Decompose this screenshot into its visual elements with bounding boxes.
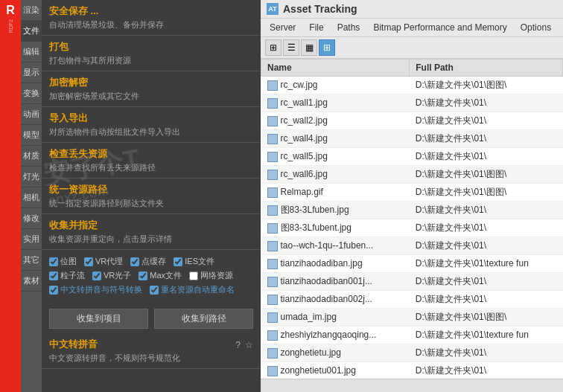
section-chinese-pinyin[interactable]: 中文转拼音 ? ☆ 中文资源转拼音，不规则符号规范化	[42, 333, 261, 369]
question-icon[interactable]: ?	[235, 340, 241, 350]
menu-options[interactable]: Options	[515, 20, 557, 35]
checkbox-network[interactable]: 网络资源	[189, 270, 233, 281]
menu-paths[interactable]: Paths	[331, 20, 366, 35]
file-path-cell: D:\新建文件夹\01\	[410, 202, 563, 219]
left-panel: R RDF2 渲染 文件 编辑 显示 变换 动画 模型 材质 灯光 相机 修改 …	[0, 0, 261, 392]
asset-tracking-icon: AT	[267, 3, 279, 15]
collect-to-path-button[interactable]: 收集到路径	[154, 309, 253, 329]
table-row[interactable]: rc_wall6.jpgD:\新建文件夹\01\图图\	[261, 166, 563, 184]
checkbox-network-label: 网络资源	[200, 270, 233, 281]
table-row[interactable]: zonghetietu.jpgD:\新建文件夹\01\	[261, 344, 563, 362]
file-name-cell: zonghetietu.jpg	[261, 344, 410, 362]
file-path-cell: D:\新建文件夹\01\	[410, 237, 563, 255]
file-icon	[267, 348, 278, 359]
cat-tab-modify[interactable]: 修改	[21, 208, 42, 229]
cat-tab-render[interactable]: 渲染	[21, 0, 42, 21]
section-encrypt[interactable]: 加密解密 加密解密场景或其它文件	[42, 71, 261, 107]
table-row[interactable]: tianzihaodadiban002j...D:\新建文件夹\01\	[261, 291, 563, 309]
table-row[interactable]: Relmap.gifD:\新建文件夹\01\图图\	[261, 184, 563, 202]
checkbox-point-cache[interactable]: 点缓存	[130, 256, 166, 267]
file-icon	[267, 152, 278, 162]
file-name-cell: tianzihaodadiban002j...	[261, 291, 410, 309]
checkbox-point-cache-input[interactable]	[130, 257, 139, 266]
table-row[interactable]: 图83-3Lfuben.jpgD:\新建文件夹\01\	[261, 202, 563, 219]
table-row[interactable]: zheshiyizhangqaoqing...D:\新建文件夹\01\textu…	[261, 327, 563, 344]
cat-tab-light[interactable]: 灯光	[21, 167, 42, 187]
asset-tracking-toolbar: ⊞ ☰ ▦ ⊞	[261, 37, 563, 59]
table-row[interactable]: tianzihaodadiban001j...D:\新建文件夹\01\	[261, 273, 563, 291]
grid-icon: ⊞	[270, 42, 277, 53]
cat-tab-camera[interactable]: 相机	[21, 187, 42, 208]
cat-tab-transform[interactable]: 变换	[21, 83, 42, 104]
toolbar-btn-large-icon[interactable]: ⊞	[319, 39, 335, 56]
menu-bitmap-performance[interactable]: Bitmap Performance and Memory	[367, 20, 512, 35]
checkbox-vr-photon[interactable]: VR光子	[92, 270, 131, 281]
checkbox-point-cache-label: 点缓存	[141, 256, 166, 267]
menu-server[interactable]: Server	[264, 20, 302, 35]
collect-to-project-button[interactable]: 收集到项目	[49, 309, 148, 329]
checkbox-vr-proxy-label: VR代理	[95, 256, 123, 267]
cat-tab-asset[interactable]: 素材	[21, 271, 42, 292]
menu-file[interactable]: File	[303, 20, 329, 35]
table-row[interactable]: zonghetietu001.jpgD:\新建文件夹\01\	[261, 362, 563, 379]
cat-tab-model[interactable]: 模型	[21, 125, 42, 146]
table-row[interactable]: rc_wall5.jpgD:\新建文件夹\01\	[261, 148, 563, 166]
detail-icon: ▦	[305, 42, 314, 53]
checkbox-bitmap-input[interactable]	[49, 257, 58, 266]
checkbox-auto-rename[interactable]: 重名资源自动重命名	[150, 284, 235, 295]
section-pack[interactable]: 打包 打包物件与其所用资源	[42, 36, 261, 71]
large-icon-icon: ⊞	[323, 42, 331, 53]
section-check-missing[interactable]: 检查丢失资源 检查并查找所有丢失来源路径	[42, 143, 261, 179]
file-name-cell: rc_wall5.jpg	[261, 148, 410, 166]
section-import-export[interactable]: 导入导出 对所选物件自动按组批文件导入导出	[42, 107, 261, 143]
cat-tab-edit[interactable]: 编辑	[21, 42, 42, 62]
cat-tab-animation[interactable]: 动画	[21, 104, 42, 125]
cat-tab-display[interactable]: 显示	[21, 62, 42, 83]
section-unify-path[interactable]: 统一资源路径 统一指定资源路径到那达文件夹	[42, 179, 261, 214]
file-path-cell: D:\新建文件夹\01\	[410, 344, 563, 362]
section-collect[interactable]: 收集并指定 收集资源并重定向，点击显示详情	[42, 214, 261, 250]
star-icon[interactable]: ☆	[245, 340, 253, 350]
toolbar-btn-list[interactable]: ☰	[283, 39, 299, 56]
checkbox-particle-flow-input[interactable]	[49, 271, 58, 280]
table-row[interactable]: umada_im.jpgD:\新建文件夹\01\图图\	[261, 309, 563, 327]
cat-tab-other[interactable]: 其它	[21, 250, 42, 271]
checkbox-vr-proxy[interactable]: VR代理	[84, 256, 123, 267]
checkbox-ies-input[interactable]	[174, 257, 182, 266]
section-safe-save[interactable]: 安全保存 ... 自动清理场景垃圾、备份并保存	[42, 0, 261, 36]
checkbox-max-file-input[interactable]	[139, 271, 147, 280]
checkbox-max-file[interactable]: Max文件	[139, 270, 182, 281]
asset-tracking-titlebar: AT Asset Tracking	[261, 0, 563, 19]
table-row[interactable]: rc_cw.jpgD:\新建文件夹\01\图图\	[261, 77, 563, 94]
asset-tracking-table-container[interactable]: Name Full Path rc_cw.jpgD:\新建文件夹\01\图图\r…	[261, 59, 563, 379]
file-name-cell: tao--wch-1qu--1fuben...	[261, 237, 410, 255]
table-row[interactable]: tianzihaodadiban.jpgD:\新建文件夹\01\texture …	[261, 255, 563, 273]
checkbox-bitmap[interactable]: 位图	[49, 256, 77, 267]
table-row[interactable]: 图83-3Lfubent.jpgD:\新建文件夹\01\	[261, 219, 563, 237]
file-name-cell: rc_wall2.jpg	[261, 112, 410, 130]
asset-tracking-title: Asset Tracking	[283, 3, 357, 15]
checkbox-vr-proxy-input[interactable]	[84, 257, 93, 266]
r-logo: R	[6, 3, 15, 18]
file-name-cell: 图83-3Lfubent.jpg	[261, 219, 410, 237]
file-icon	[267, 205, 278, 216]
checkbox-cn-pinyin-input[interactable]	[49, 286, 58, 295]
table-row[interactable]: tao--wch-1qu--1fuben...D:\新建文件夹\01\	[261, 237, 563, 255]
cat-tab-material[interactable]: 材质	[21, 146, 42, 167]
toolbar-btn-grid[interactable]: ⊞	[265, 39, 282, 56]
file-name-cell: zheshiyizhangqaoqing...	[261, 327, 410, 344]
checkbox-network-input[interactable]	[189, 271, 198, 280]
checkbox-cn-pinyin[interactable]: 中文转拼音与符号转换	[49, 284, 142, 295]
table-row[interactable]: rc_wall2.jpgD:\新建文件夹\01\	[261, 112, 563, 130]
checkbox-auto-rename-input[interactable]	[150, 286, 159, 295]
cat-tab-file[interactable]: 文件	[21, 21, 42, 42]
checkbox-vr-photon-input[interactable]	[92, 271, 101, 280]
toolbar-btn-detail[interactable]: ▦	[301, 39, 317, 56]
table-row[interactable]: rc_wall4.jpgD:\新建文件夹\01\	[261, 130, 563, 148]
checkbox-particle-flow[interactable]: 粒子流	[49, 270, 85, 281]
table-row[interactable]: rc_wall1.jpgD:\新建文件夹\01\	[261, 94, 563, 112]
cat-tab-utility[interactable]: 实用	[21, 229, 42, 250]
file-icon	[267, 259, 278, 269]
checkbox-ies[interactable]: IES文件	[174, 256, 214, 267]
file-name-cell: umada_im.jpg	[261, 309, 410, 327]
